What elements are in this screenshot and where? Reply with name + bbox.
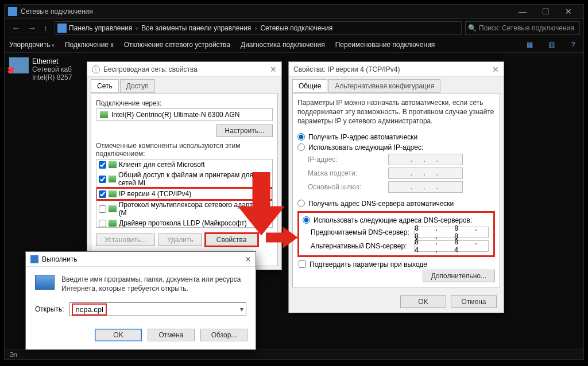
run-icon (30, 255, 38, 263)
run-title: Выполнить (42, 255, 78, 263)
component-item-ipv4[interactable]: IP версии 4 (TCP/IPv4) (96, 188, 272, 200)
components-label: Отмеченные компоненты используются этим … (96, 142, 273, 158)
search-icon: 🔍 (468, 24, 477, 32)
ipv4-properties-dialog: Свойства: IP версии 4 (TCP/IPv4) ✕ Общие… (288, 61, 504, 313)
open-label: Открыть: (35, 305, 64, 313)
dialog-titlebar[interactable]: Свойства: IP версии 4 (TCP/IPv4) ✕ (289, 62, 504, 77)
help-button[interactable]: ? (567, 40, 579, 50)
advanced-button[interactable]: Дополнительно... (423, 270, 495, 282)
adapter-field: Intel(R) Centrino(R) Ultimate-N 6300 AGN (96, 108, 273, 121)
dns-manual-radio[interactable] (303, 216, 310, 224)
run-dialog: Выполнить ✕ Введите имя программы, папки… (25, 251, 256, 350)
remove-button[interactable]: Удалить (158, 233, 202, 246)
adapter-name: Intel(R) Centrino(R) Ultimate-N 6300 AGN (111, 111, 239, 119)
configure-button[interactable]: Настроить... (216, 124, 273, 137)
view-icons-button[interactable]: ▦ (524, 40, 535, 50)
component-item[interactable]: Общий доступ к файлам и принтерам для се… (96, 170, 272, 188)
component-icon (109, 205, 117, 212)
app-icon (8, 7, 17, 16)
components-list[interactable]: Клиент для сетей Microsoft Общий доступ … (96, 159, 273, 228)
component-icon (109, 161, 117, 168)
rename-button[interactable]: Переименование подключения (335, 41, 435, 49)
close-icon[interactable]: ✕ (245, 255, 251, 263)
maximize-button[interactable]: ☐ (534, 5, 557, 18)
component-checkbox[interactable] (99, 190, 106, 198)
breadcrumb[interactable]: Панель управления › Все элементы панели … (55, 21, 462, 35)
dns-auto-label: Получить адрес DNS-сервера автоматически (308, 200, 454, 208)
open-value: ncpa.cpl (74, 305, 105, 314)
forward-button[interactable]: → (24, 23, 40, 33)
info-icon: i (92, 65, 100, 73)
confirm-on-exit-label: Подтвердить параметры при выходе (310, 260, 427, 268)
cancel-button[interactable]: Отмена (451, 295, 497, 308)
ip-auto-radio[interactable] (297, 133, 305, 141)
ip-address-input: . . . (388, 154, 463, 165)
component-item[interactable]: Протокол мультиплексора сетевого адаптер… (96, 200, 272, 218)
ip-auto-label: Получить IP-адрес автоматически (308, 133, 417, 141)
properties-button[interactable]: Свойства (206, 233, 258, 246)
component-checkbox[interactable] (99, 176, 106, 183)
gateway-input: . . . (388, 181, 463, 193)
ip-manual-radio[interactable] (297, 143, 305, 151)
tab-alternate[interactable]: Альтернативная конфигурация (328, 79, 440, 93)
run-browse-button[interactable]: Обзор... (200, 329, 247, 341)
install-button[interactable]: Установить... (96, 233, 155, 246)
ip-manual-label: Использовать следующий IP-адрес: (308, 143, 423, 151)
tab-access[interactable]: Доступ (120, 79, 155, 93)
up-button[interactable]: ↑ (40, 24, 51, 33)
organize-menu[interactable]: Упорядочить (9, 41, 55, 49)
ok-button[interactable]: OK (400, 295, 446, 308)
run-cancel-button[interactable]: Отмена (148, 329, 195, 341)
alternate-dns-input[interactable]: 8 . 8 . 4 . 4 (414, 240, 489, 252)
dialog-titlebar[interactable]: i Беспроводная сеть: свойства ✕ (87, 62, 281, 77)
connect-to-button[interactable]: Подключение к (65, 41, 114, 49)
ip-address-label: IP-адрес: (308, 155, 388, 163)
titlebar[interactable]: Сетевые подключения — ☐ ✕ (5, 5, 583, 18)
wifi-properties-dialog: i Беспроводная сеть: свойства ✕ Сеть Дос… (87, 61, 282, 270)
gateway-label: Основной шлюз: (308, 183, 388, 191)
subnet-mask-label: Маска подсети: (308, 169, 388, 177)
dropdown-icon[interactable]: ▾ (240, 305, 243, 313)
component-icon (109, 176, 116, 182)
run-ok-button[interactable]: OK (95, 329, 142, 341)
close-button[interactable]: ✕ (557, 5, 580, 18)
run-description: Введите имя программы, папки, документа … (61, 275, 246, 293)
component-label: IP версии 4 (TCP/IPv4) (119, 190, 191, 198)
confirm-on-exit-checkbox[interactable] (299, 260, 306, 268)
tab-network[interactable]: Сеть (91, 79, 119, 93)
alternate-dns-label: Альтернативный DNS-сервер: (311, 242, 414, 250)
tab-general[interactable]: Общие (292, 79, 327, 93)
status-text: Эл (9, 351, 17, 358)
dns-auto-radio[interactable] (297, 200, 305, 207)
ethernet-icon: ✖ (9, 57, 29, 73)
diagnose-button[interactable]: Диагностика подключения (241, 41, 325, 49)
close-icon[interactable]: ✕ (270, 65, 277, 74)
component-label: Протокол мультиплексора сетевого адаптер… (119, 201, 270, 217)
crumb-0[interactable]: Панель управления (69, 24, 132, 32)
component-checkbox[interactable] (99, 205, 106, 213)
component-item[interactable]: Клиент для сетей Microsoft (96, 159, 272, 170)
search-input[interactable]: 🔍 Поиск: Сетевые подключения (465, 21, 580, 35)
disable-device-button[interactable]: Отключение сетевого устройства (124, 41, 230, 49)
component-checkbox[interactable] (99, 220, 106, 227)
component-checkbox[interactable] (99, 161, 106, 169)
adapter-icon (100, 111, 108, 118)
component-label: Общий доступ к файлам и принтерам для се… (118, 171, 270, 187)
connection-device: Intel(R) 8257 (32, 73, 72, 81)
address-bar: ← → ↑ Панель управления › Все элементы п… (5, 18, 583, 37)
intro-text: Параметры IP можно назначать автоматичес… (297, 98, 495, 126)
crumb-2[interactable]: Сетевые подключения (260, 24, 332, 32)
crumb-1[interactable]: Все элементы панели управления (141, 24, 251, 32)
connection-status: Сетевой каб (32, 65, 72, 73)
preferred-dns-input[interactable]: 8 . 8 . 8 . 8 (414, 227, 489, 238)
preview-pane-button[interactable]: ▥ (546, 40, 557, 50)
open-input[interactable]: ncpa.cpl ▾ (69, 302, 246, 316)
run-titlebar[interactable]: Выполнить ✕ (26, 252, 256, 267)
back-button[interactable]: ← (8, 23, 24, 33)
window-title: Сетевые подключения (21, 7, 93, 15)
minimize-button[interactable]: — (511, 5, 534, 18)
component-label: Драйвер протокола LLDP (Майкрософт) (119, 219, 247, 227)
close-icon[interactable]: ✕ (492, 65, 499, 74)
chevron-right-icon: › (132, 24, 141, 32)
component-item[interactable]: Драйвер протокола LLDP (Майкрософт) (96, 218, 272, 228)
